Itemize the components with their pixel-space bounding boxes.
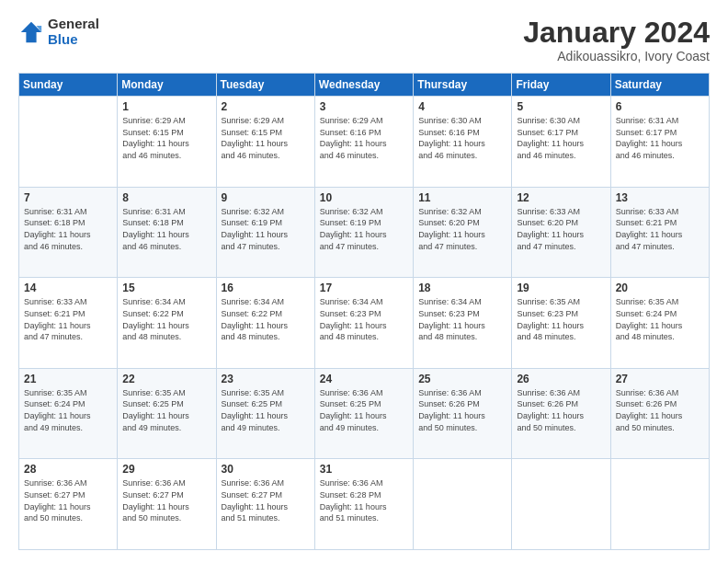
day-info: Sunrise: 6:35 AMSunset: 6:25 PMDaylight:… [222, 387, 310, 433]
day-number: 3 [320, 100, 408, 113]
day-info: Sunrise: 6:32 AMSunset: 6:19 PMDaylight:… [222, 206, 310, 252]
table-row: 23Sunrise: 6:35 AMSunset: 6:25 PMDayligh… [216, 368, 314, 459]
calendar-week-row: 1Sunrise: 6:29 AMSunset: 6:15 PMDaylight… [19, 97, 710, 188]
day-number: 27 [616, 373, 704, 385]
day-number: 12 [517, 191, 605, 204]
day-number: 25 [418, 373, 506, 385]
day-info: Sunrise: 6:29 AMSunset: 6:15 PMDaylight:… [222, 115, 310, 161]
col-thursday: Thursday [414, 74, 512, 97]
day-number: 24 [320, 373, 408, 385]
table-row: 31Sunrise: 6:36 AMSunset: 6:28 PMDayligh… [314, 459, 413, 550]
day-info: Sunrise: 6:35 AMSunset: 6:24 PMDaylight:… [616, 296, 704, 342]
col-saturday: Saturday [610, 74, 709, 97]
calendar-week-row: 21Sunrise: 6:35 AMSunset: 6:24 PMDayligh… [19, 368, 710, 459]
col-wednesday: Wednesday [314, 74, 413, 97]
page: General Blue January 2024 Adikouassikro,… [0, 0, 728, 563]
day-info: Sunrise: 6:30 AMSunset: 6:17 PMDaylight:… [517, 115, 605, 161]
day-number: 4 [418, 100, 506, 113]
day-info: Sunrise: 6:34 AMSunset: 6:23 PMDaylight:… [320, 296, 408, 342]
table-row: 13Sunrise: 6:33 AMSunset: 6:21 PMDayligh… [610, 187, 709, 278]
day-info: Sunrise: 6:36 AMSunset: 6:26 PMDaylight:… [418, 387, 506, 433]
day-number: 10 [320, 191, 408, 204]
table-row [512, 459, 610, 550]
table-row: 30Sunrise: 6:36 AMSunset: 6:27 PMDayligh… [216, 459, 314, 550]
table-row: 27Sunrise: 6:36 AMSunset: 6:26 PMDayligh… [610, 368, 709, 459]
day-info: Sunrise: 6:36 AMSunset: 6:28 PMDaylight:… [320, 477, 408, 523]
table-row: 25Sunrise: 6:36 AMSunset: 6:26 PMDayligh… [414, 368, 512, 459]
logo-blue-label: Blue [48, 32, 99, 48]
day-number: 11 [418, 191, 506, 204]
table-row: 26Sunrise: 6:36 AMSunset: 6:26 PMDayligh… [512, 368, 610, 459]
day-info: Sunrise: 6:30 AMSunset: 6:16 PMDaylight:… [418, 115, 506, 161]
day-number: 19 [517, 282, 605, 294]
day-number: 7 [24, 191, 112, 204]
day-number: 20 [616, 282, 704, 294]
table-row [610, 459, 709, 550]
day-number: 8 [122, 191, 210, 204]
day-number: 26 [517, 373, 605, 385]
day-info: Sunrise: 6:36 AMSunset: 6:25 PMDaylight:… [320, 387, 408, 433]
day-info: Sunrise: 6:32 AMSunset: 6:19 PMDaylight:… [320, 206, 408, 252]
day-info: Sunrise: 6:29 AMSunset: 6:15 PMDaylight:… [122, 115, 210, 161]
table-row: 22Sunrise: 6:35 AMSunset: 6:25 PMDayligh… [118, 368, 216, 459]
table-row: 2Sunrise: 6:29 AMSunset: 6:15 PMDaylight… [216, 97, 314, 188]
table-row: 3Sunrise: 6:29 AMSunset: 6:16 PMDaylight… [314, 97, 413, 188]
day-info: Sunrise: 6:36 AMSunset: 6:27 PMDaylight:… [24, 477, 112, 523]
table-row: 28Sunrise: 6:36 AMSunset: 6:27 PMDayligh… [19, 459, 118, 550]
table-row: 10Sunrise: 6:32 AMSunset: 6:19 PMDayligh… [314, 187, 413, 278]
col-sunday: Sunday [19, 74, 118, 97]
logo-general-label: General [48, 17, 99, 32]
day-info: Sunrise: 6:35 AMSunset: 6:25 PMDaylight:… [122, 387, 210, 433]
day-info: Sunrise: 6:31 AMSunset: 6:18 PMDaylight:… [24, 206, 112, 252]
table-row: 16Sunrise: 6:34 AMSunset: 6:22 PMDayligh… [216, 278, 314, 369]
table-row: 5Sunrise: 6:30 AMSunset: 6:17 PMDaylight… [512, 97, 610, 188]
table-row: 29Sunrise: 6:36 AMSunset: 6:27 PMDayligh… [118, 459, 216, 550]
day-number: 1 [122, 100, 210, 113]
table-row: 4Sunrise: 6:30 AMSunset: 6:16 PMDaylight… [414, 97, 512, 188]
table-row: 1Sunrise: 6:29 AMSunset: 6:15 PMDaylight… [118, 97, 216, 188]
day-info: Sunrise: 6:36 AMSunset: 6:26 PMDaylight:… [616, 387, 704, 433]
table-row [19, 97, 118, 188]
day-number: 23 [222, 373, 310, 385]
day-info: Sunrise: 6:34 AMSunset: 6:22 PMDaylight:… [222, 296, 310, 342]
day-number: 31 [320, 463, 408, 476]
calendar-week-row: 14Sunrise: 6:33 AMSunset: 6:21 PMDayligh… [19, 278, 710, 369]
table-row [414, 459, 512, 550]
svg-marker-0 [21, 21, 41, 41]
day-info: Sunrise: 6:33 AMSunset: 6:21 PMDaylight:… [616, 206, 704, 252]
day-number: 22 [122, 373, 210, 385]
day-info: Sunrise: 6:32 AMSunset: 6:20 PMDaylight:… [418, 206, 506, 252]
day-number: 21 [24, 373, 112, 385]
day-info: Sunrise: 6:31 AMSunset: 6:17 PMDaylight:… [616, 115, 704, 161]
calendar-header-row: Sunday Monday Tuesday Wednesday Thursday… [19, 74, 710, 97]
logo-text: General Blue [48, 17, 99, 47]
day-info: Sunrise: 6:34 AMSunset: 6:22 PMDaylight:… [122, 296, 210, 342]
header: General Blue January 2024 Adikouassikro,… [18, 17, 710, 63]
col-monday: Monday [118, 74, 216, 97]
col-friday: Friday [512, 74, 610, 97]
table-row: 12Sunrise: 6:33 AMSunset: 6:20 PMDayligh… [512, 187, 610, 278]
table-row: 11Sunrise: 6:32 AMSunset: 6:20 PMDayligh… [414, 187, 512, 278]
logo-icon [18, 19, 44, 45]
day-number: 15 [122, 282, 210, 294]
calendar-week-row: 28Sunrise: 6:36 AMSunset: 6:27 PMDayligh… [19, 459, 710, 550]
col-tuesday: Tuesday [216, 74, 314, 97]
logo: General Blue [18, 17, 99, 47]
day-info: Sunrise: 6:35 AMSunset: 6:23 PMDaylight:… [517, 296, 605, 342]
table-row: 24Sunrise: 6:36 AMSunset: 6:25 PMDayligh… [314, 368, 413, 459]
day-info: Sunrise: 6:34 AMSunset: 6:23 PMDaylight:… [418, 296, 506, 342]
table-row: 14Sunrise: 6:33 AMSunset: 6:21 PMDayligh… [19, 278, 118, 369]
title-block: January 2024 Adikouassikro, Ivory Coast [523, 17, 710, 63]
table-row: 15Sunrise: 6:34 AMSunset: 6:22 PMDayligh… [118, 278, 216, 369]
day-info: Sunrise: 6:29 AMSunset: 6:16 PMDaylight:… [320, 115, 408, 161]
table-row: 19Sunrise: 6:35 AMSunset: 6:23 PMDayligh… [512, 278, 610, 369]
day-number: 5 [517, 100, 605, 113]
day-number: 28 [24, 463, 112, 476]
calendar-week-row: 7Sunrise: 6:31 AMSunset: 6:18 PMDaylight… [19, 187, 710, 278]
day-number: 30 [222, 463, 310, 476]
table-row: 17Sunrise: 6:34 AMSunset: 6:23 PMDayligh… [314, 278, 413, 369]
day-number: 17 [320, 282, 408, 294]
day-number: 2 [222, 100, 310, 113]
table-row: 20Sunrise: 6:35 AMSunset: 6:24 PMDayligh… [610, 278, 709, 369]
day-number: 6 [616, 100, 704, 113]
